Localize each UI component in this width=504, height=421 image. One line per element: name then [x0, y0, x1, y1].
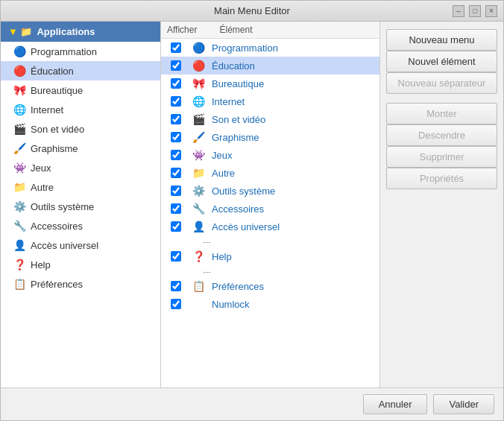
- middle-item-autre[interactable]: 📁Autre: [161, 164, 379, 182]
- middle-item-son-video[interactable]: 🎬Son et vidéo: [161, 110, 379, 128]
- middle-label-graphisme: Graphisme: [212, 132, 374, 143]
- nouveau-menu-button[interactable]: Nouveau menu: [386, 29, 497, 51]
- checkbox-son-video[interactable]: [171, 114, 181, 124]
- checkbox-preferences[interactable]: [171, 281, 181, 291]
- left-item-label-autre: Autre: [31, 182, 54, 193]
- check-col-numlock: [167, 299, 185, 309]
- middle-icon-programmation: 🔵: [191, 42, 206, 54]
- checkbox-graphisme[interactable]: [171, 132, 181, 142]
- left-item-autre[interactable]: 📁Autre: [1, 177, 160, 197]
- nouvel-element-button[interactable]: Nouvel élément: [386, 51, 497, 72]
- left-item-icon-internet: 🌐: [13, 103, 26, 116]
- middle-icon-accessoires: 🔧: [191, 203, 206, 215]
- left-item-accessoires[interactable]: 🔧Accessoires: [1, 216, 160, 235]
- confirm-button[interactable]: Valider: [433, 394, 494, 414]
- header-afficher: Afficher: [167, 25, 197, 35]
- checkbox-help[interactable]: [171, 251, 181, 262]
- left-item-icon-preferences: 📋: [13, 277, 26, 291]
- middle-icon-bureautique: 🎀: [191, 77, 206, 89]
- checkbox-accessoires[interactable]: [171, 203, 181, 214]
- left-item-education[interactable]: 🔴Éducation: [1, 61, 160, 80]
- left-item-icon-education: 🔴: [13, 64, 26, 77]
- left-item-preferences[interactable]: 📋Préférences: [1, 274, 160, 294]
- check-col-graphisme: [167, 132, 185, 142]
- left-item-label-education: Éducation: [31, 66, 74, 77]
- middle-icon-education: 🔴: [191, 60, 206, 72]
- checkbox-bureautique[interactable]: [171, 78, 181, 89]
- left-item-icon-accessoires: 🔧: [13, 219, 26, 232]
- descendre-button: Descendre: [386, 124, 497, 146]
- middle-item-accessoires[interactable]: 🔧Accessoires: [161, 200, 379, 218]
- left-item-internet[interactable]: 🌐Internet: [1, 100, 160, 119]
- main-window: Main Menu Editor – □ × ▼ 📁 Applications …: [0, 0, 504, 421]
- middle-icon-preferences: 📋: [191, 280, 206, 292]
- left-item-icon-graphisme: 🖌️: [13, 142, 26, 155]
- left-panel: ▼ 📁 Applications 🔵Programmation🔴Éducatio…: [1, 22, 161, 387]
- middle-item-outils-systeme[interactable]: ⚙️Outils système: [161, 182, 379, 200]
- left-item-outils-systeme[interactable]: ⚙️Outils système: [1, 197, 160, 216]
- left-item-bureautique[interactable]: 🎀Bureautique: [1, 80, 160, 100]
- middle-item-preferences[interactable]: 📋Préférences: [161, 277, 379, 295]
- check-col-accessoires: [167, 203, 185, 214]
- middle-item-help[interactable]: ❓Help: [161, 247, 379, 265]
- middle-label-acces-universel: Accès universel: [212, 221, 374, 232]
- middle-icon-graphisme: 🖌️: [191, 131, 206, 143]
- left-item-programmation[interactable]: 🔵Programmation: [1, 42, 160, 61]
- middle-icon-help: ❓: [191, 250, 206, 262]
- titlebar: Main Menu Editor – □ ×: [1, 1, 503, 22]
- left-item-icon-autre: 📁: [13, 180, 26, 194]
- right-buttons-list: Nouveau menuNouvel élémentNouveau sépara…: [386, 29, 497, 189]
- middle-label-jeux: Jeux: [212, 150, 374, 161]
- left-item-graphisme[interactable]: 🖌️Graphisme: [1, 139, 160, 158]
- middle-label-programmation: Programmation: [212, 42, 374, 54]
- left-item-help[interactable]: ❓Help: [1, 255, 160, 274]
- checkbox-education[interactable]: [171, 60, 181, 71]
- middle-item-programmation[interactable]: 🔵Programmation: [161, 39, 379, 57]
- checkbox-internet[interactable]: [171, 96, 181, 107]
- check-col-preferences: [167, 281, 185, 291]
- middle-item-graphisme[interactable]: 🖌️Graphisme: [161, 128, 379, 146]
- left-item-label-preferences: Préférences: [31, 279, 83, 290]
- checkbox-autre[interactable]: [171, 168, 181, 178]
- middle-item-numlock[interactable]: Numlock: [161, 295, 379, 313]
- middle-item-internet[interactable]: 🌐Internet: [161, 92, 379, 110]
- maximize-button[interactable]: □: [469, 5, 481, 17]
- window-controls: – □ ×: [453, 5, 497, 17]
- content-area: ▼ 📁 Applications 🔵Programmation🔴Éducatio…: [1, 22, 503, 387]
- left-item-label-son-video: Son et vidéo: [31, 124, 84, 135]
- minimize-button[interactable]: –: [453, 5, 464, 17]
- left-item-label-programmation: Programmation: [31, 46, 97, 57]
- left-item-son-video[interactable]: 🎬Son et vidéo: [1, 119, 160, 139]
- check-col-autre: [167, 168, 185, 178]
- middle-scroll-area[interactable]: 🔵Programmation🔴Éducation🎀Bureautique🌐Int…: [161, 39, 379, 387]
- checkbox-programmation[interactable]: [171, 42, 181, 53]
- middle-label-help: Help: [212, 251, 374, 262]
- checkbox-acces-universel[interactable]: [171, 221, 181, 232]
- checkbox-outils-systeme[interactable]: [171, 186, 181, 196]
- middle-item-bureautique[interactable]: 🎀Bureautique: [161, 75, 379, 92]
- left-item-acces-universel[interactable]: 👤Accès universel: [1, 235, 160, 255]
- middle-item-jeux[interactable]: 👾Jeux: [161, 146, 379, 164]
- close-button[interactable]: ×: [485, 5, 497, 17]
- check-col-acces-universel: [167, 221, 185, 232]
- checkbox-numlock[interactable]: [171, 299, 181, 309]
- cancel-button[interactable]: Annuler: [363, 394, 428, 414]
- middle-item-education[interactable]: 🔴Éducation: [161, 57, 379, 75]
- middle-icon-jeux: 👾: [191, 149, 206, 161]
- separator-row-sep2: ---: [161, 265, 379, 277]
- left-item-icon-outils-systeme: ⚙️: [13, 200, 26, 213]
- left-item-label-outils-systeme: Outils système: [31, 201, 94, 212]
- checkbox-jeux[interactable]: [171, 150, 181, 160]
- right-spacer: [386, 94, 497, 103]
- left-item-jeux[interactable]: 👾Jeux: [1, 158, 160, 177]
- left-item-icon-help: ❓: [13, 258, 26, 271]
- check-col-bureautique: [167, 78, 185, 89]
- left-item-icon-programmation: 🔵: [13, 45, 26, 58]
- middle-label-outils-systeme: Outils système: [212, 186, 374, 197]
- bottom-bar: Annuler Valider: [1, 387, 503, 420]
- middle-label-autre: Autre: [212, 168, 374, 179]
- middle-item-acces-universel[interactable]: 👤Accès universel: [161, 218, 379, 235]
- check-col-programmation: [167, 42, 185, 53]
- nouveau-separateur-button: Nouveau séparateur: [386, 72, 497, 94]
- middle-label-education: Éducation: [212, 60, 374, 72]
